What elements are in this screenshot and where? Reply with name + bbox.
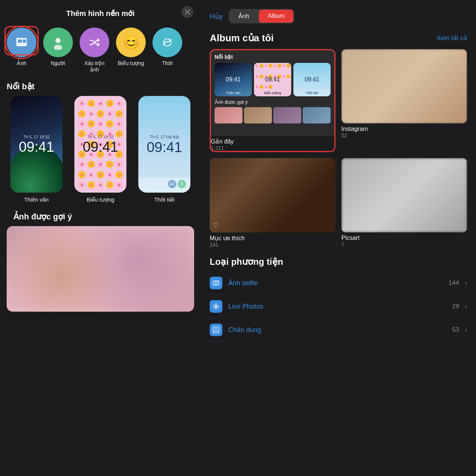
album-section-header: Album của tôi Xem tất cả <box>201 29 476 49</box>
icon-label-bieu-tuong: Biểu tượng <box>118 60 144 67</box>
phone-mockup-flowers: 🌸🌼🌸🌼🌸 🌼🌸🌼🌸🌼 🌸🌼🌸🌼🌸 🌼🌸🌼🌸🌼 🌸🌼🌸🌼🌸 🌼🌸🌼🌸🌼 🌸🌼🌸🌼… <box>74 96 126 193</box>
mini-phone-sky: 09:41 Thời tiết <box>293 63 331 96</box>
featured-heading: Nổi bật <box>0 79 201 96</box>
svg-point-5 <box>54 45 62 50</box>
icon-label-thoi: Thời <box>162 60 173 67</box>
svg-point-8 <box>215 282 218 284</box>
album-thumb-gan-day: Nổi bật 09:41 Thiên văn 🌸🌼🌸🌼🌸 <box>211 50 334 136</box>
suggested-mini-2 <box>244 107 272 123</box>
sky-card-label: Thời tiết <box>154 196 175 203</box>
sky-phone-date: Th 5, 17 Hà Nội <box>147 134 182 139</box>
album-thumb-favorites: ♡ <box>210 158 335 232</box>
left-panel: Thêm hình nền mới Ảnh <box>0 0 201 476</box>
featured-inner-title: Nổi bật <box>215 54 331 60</box>
portrait-icon <box>210 324 222 336</box>
suggested-mini-3 <box>273 107 301 123</box>
selfie-chevron-icon: › <box>465 280 467 286</box>
earth-phone-time: Th 5, 17 19:32 09:41 <box>19 135 54 154</box>
selfie-icon <box>210 277 222 289</box>
earth-card-label: Thiên văn <box>24 196 49 203</box>
suggested-heading: Ảnh được gợi ý <box>7 209 194 226</box>
flowers-phone-clock: 09:41 <box>83 140 118 154</box>
chan-dung-chevron-icon: › <box>465 327 467 333</box>
earth-phone-clock: 09:41 <box>19 140 54 154</box>
media-item-chan-dung[interactable]: Chân dung 53 › <box>201 318 476 342</box>
tab-anh[interactable]: Ảnh <box>229 10 258 23</box>
chan-dung-count: 53 <box>452 326 459 334</box>
featured-row: Th 5, 17 19:32 09:41 Thiên văn 🌸🌼🌸🌼🌸 🌼🌸🌼… <box>0 96 201 203</box>
svg-point-10 <box>215 305 217 308</box>
featured-inner: Nổi bật 09:41 Thiên văn 🌸🌼🌸🌼🌸 <box>211 50 334 127</box>
album-thumb-picsart <box>341 158 467 232</box>
suggested-image[interactable] <box>7 226 194 312</box>
live-photos-icon <box>210 300 222 313</box>
left-header-title: Thêm hình nền mới <box>66 9 135 18</box>
album-label-picsart: Picsart <box>341 235 467 241</box>
close-button[interactable] <box>181 6 193 18</box>
mini-phone-flowers: 🌸🌼🌸🌼🌸 🌼🌸🌼🌸🌼 🌸🌼🌸🌼🌸 🌼🌸🌼🌸🌼 09:41 Biểu tượng <box>254 63 291 96</box>
earth-phone-date: Th 5, 17 19:32 <box>19 135 54 139</box>
album-card-favorites[interactable]: ♡ Mục ưa thích 241 <box>210 158 335 248</box>
album-count-instagram: 52 <box>341 132 467 138</box>
selfie-label: Ảnh selfie <box>228 279 443 287</box>
featured-card-flowers[interactable]: 🌸🌼🌸🌼🌸 🌼🌸🌼🌸🌼 🌸🌼🌸🌼🌸 🌼🌸🌼🌸🌼 🌸🌼🌸🌼🌸 🌼🌸🌼🌸🌼 🌸🌼🌸🌼… <box>71 96 130 203</box>
nguoi-icon-circle <box>43 28 73 57</box>
media-list: Ảnh selfie 144 › Live Photos 29 › <box>201 271 476 342</box>
anh-icon-circle <box>7 28 36 57</box>
featured-card-earth[interactable]: Th 5, 17 19:32 09:41 Thiên văn <box>7 96 66 203</box>
live-photos-count: 29 <box>452 303 459 310</box>
media-item-selfie[interactable]: Ảnh selfie 144 › <box>201 271 476 295</box>
album-card-instagram[interactable]: Instagram 52 <box>341 49 467 152</box>
featured-phones-row: 09:41 Thiên văn 🌸🌼🌸🌼🌸 🌼🌸🌼🌸🌼 🌸🌼🌸🌼🌸 <box>215 63 331 96</box>
album-card-picsart[interactable]: Picsart 7 <box>341 158 467 248</box>
icon-item-anh[interactable]: Ảnh <box>7 28 36 67</box>
media-item-live-photos[interactable]: Live Photos 29 › <box>201 295 476 318</box>
live-photos-label: Live Photos <box>228 303 446 311</box>
see-all-button[interactable]: Xem tất cả <box>437 34 467 42</box>
suggested-mini-4 <box>303 107 331 123</box>
album-card-gan-day[interactable]: Nổi bật 09:41 Thiên văn 🌸🌼🌸🌼🌸 <box>210 49 335 152</box>
icon-item-nguoi[interactable]: Người <box>43 28 73 67</box>
featured-suggested-row <box>215 107 331 123</box>
sky-phone-time: Th 5, 17 Hà Nội 09:41 <box>147 134 182 154</box>
flowers-phone-date: Th 5, 17 19:32 <box>83 135 118 139</box>
phone-mockup-sky: Th 5, 17 Hà Nội 09:41 42 6 <box>138 96 190 193</box>
suggested-section: Ảnh được gợi ý <box>0 203 201 312</box>
flowers-phone-time: Th 5, 17 19:32 09:41 <box>83 135 118 154</box>
media-types-title: Loại phương tiện <box>201 254 476 271</box>
tab-album[interactable]: Album <box>259 10 293 23</box>
icon-item-thoi[interactable]: Thời <box>152 28 182 67</box>
left-header: Thêm hình nền mới <box>0 0 201 24</box>
svg-rect-3 <box>16 45 27 46</box>
mini-earth-clock: 09:41 <box>226 76 241 83</box>
flowers-card-label: Biểu tượng <box>87 196 115 203</box>
featured-card-sky[interactable]: Th 5, 17 Hà Nội 09:41 42 6 Thời tiết <box>135 96 194 203</box>
sky-phone-clock: 09:41 <box>147 140 182 154</box>
icon-row: Ảnh Người Xáo trộn ảnh <box>0 24 201 79</box>
live-photos-chevron-icon: › <box>465 303 467 310</box>
mini-flowers-clock: 09:41 <box>265 76 280 83</box>
icon-item-bieu-tuong[interactable]: 😊 Biểu tượng <box>116 28 146 67</box>
album-grid: Nổi bật 09:41 Thiên văn 🌸🌼🌸🌼🌸 <box>201 49 476 254</box>
svg-point-14 <box>215 328 217 330</box>
chan-dung-label: Chân dung <box>228 326 446 334</box>
icon-label-xao-tron: Xáo trộn ảnh <box>80 60 109 73</box>
icon-label-nguoi: Người <box>51 60 65 67</box>
svg-point-4 <box>55 38 61 43</box>
right-panel: Hủy Ảnh Album Album của tôi Xem tất cả N… <box>201 0 476 476</box>
mini-flowers-label: Biểu tượng <box>254 91 291 95</box>
phone-mockup-earth: Th 5, 17 19:32 09:41 <box>10 96 62 193</box>
my-albums-title: Album của tôi <box>210 32 274 44</box>
album-count-gan-day: 1.211 <box>211 145 334 151</box>
album-label-favorites: Mục ưa thích <box>210 235 335 242</box>
cancel-button[interactable]: Hủy <box>210 12 223 20</box>
bieu-tuong-icon-circle: 😊 <box>116 28 146 57</box>
album-count-picsart: 7 <box>341 241 467 247</box>
icon-item-xao-tron[interactable]: Xáo trộn ảnh <box>80 28 109 73</box>
mini-phone-earth: 09:41 Thiên văn <box>215 63 252 96</box>
mini-earth-label: Thiên văn <box>215 91 252 95</box>
thoi-icon-circle <box>152 28 182 57</box>
right-scroll-content: Album của tôi Xem tất cả Nổi bật 09:41 <box>201 29 476 476</box>
suggested-mini-1 <box>215 107 242 123</box>
album-label-gan-day: Gần đây <box>211 138 334 145</box>
